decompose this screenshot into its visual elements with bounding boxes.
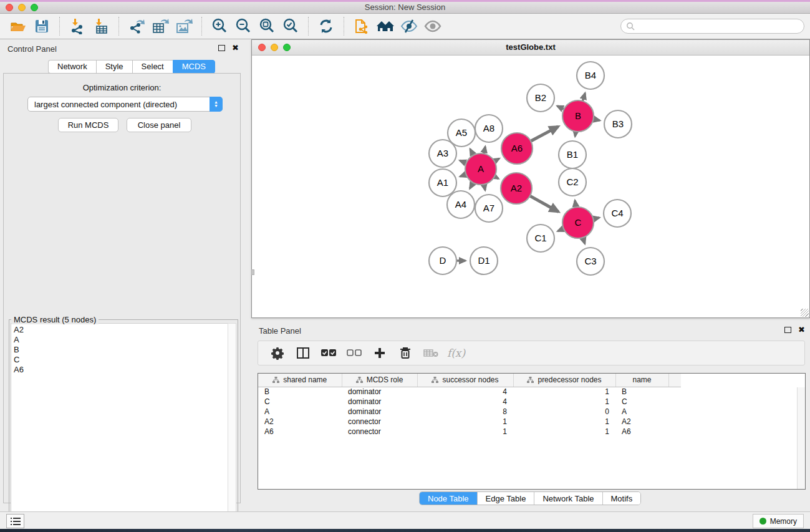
node-C1[interactable]: C1	[527, 225, 554, 252]
float-panel-icon[interactable]	[218, 45, 225, 51]
new-network-from-file-button[interactable]	[350, 16, 374, 37]
node-A7[interactable]: A7	[475, 195, 503, 222]
table-panel: Table Panel ✖	[251, 323, 810, 510]
tab-style[interactable]: Style	[96, 60, 132, 74]
table-settings-button[interactable]	[266, 343, 289, 363]
node-A2[interactable]: A2	[501, 173, 532, 204]
export-network-button[interactable]	[125, 16, 148, 37]
columns-view-button[interactable]	[291, 343, 314, 363]
function-builder-button[interactable]: f(x)	[445, 343, 468, 363]
table-row[interactable]: Bdominator41B	[258, 387, 681, 397]
run-mcds-button[interactable]: Run MCDS	[58, 118, 118, 132]
node-B4[interactable]: B4	[577, 62, 604, 89]
zoom-fit-button[interactable]	[255, 16, 279, 37]
node-label: A	[478, 163, 484, 174]
edge-A6-B[interactable]	[529, 127, 558, 142]
tab-network-table[interactable]: Network Table	[534, 492, 602, 505]
splitpane-handle[interactable]	[251, 269, 254, 275]
node-A6[interactable]: A6	[501, 133, 533, 164]
zoom-window-button[interactable]	[31, 4, 38, 11]
node-C[interactable]: C	[562, 207, 594, 238]
node-B3[interactable]: B3	[604, 110, 632, 138]
node-A[interactable]: A	[465, 153, 496, 185]
zoom-network-button[interactable]	[283, 44, 291, 51]
table-row[interactable]: A2connector11A2	[258, 417, 681, 427]
node-A4[interactable]: A4	[447, 191, 475, 218]
mcds-panel-body: Optimization criterion: largest connecte…	[3, 73, 241, 503]
close-panel-icon[interactable]: ✖	[232, 45, 239, 51]
zoom-in-button[interactable]	[208, 16, 231, 37]
open-file-button[interactable]	[6, 16, 30, 37]
float-table-panel-icon[interactable]	[784, 327, 791, 333]
export-image-button[interactable]	[172, 16, 196, 37]
mcds-result-list[interactable]: A2ABCA6	[11, 323, 228, 531]
network-window-titlebar[interactable]: testGlobe.txt	[252, 40, 809, 56]
node-label: D1	[478, 255, 489, 266]
close-window-button[interactable]	[6, 4, 13, 11]
deselect-all-button[interactable]	[342, 343, 365, 363]
node-C4[interactable]: C4	[604, 200, 631, 227]
tab-network[interactable]: Network	[48, 60, 96, 74]
refresh-button[interactable]	[314, 16, 338, 37]
node-B[interactable]: B	[562, 100, 594, 132]
minimize-window-button[interactable]	[18, 4, 26, 11]
zoom-out-button[interactable]	[231, 16, 255, 37]
edge-A2-C[interactable]	[529, 195, 558, 211]
node-A3[interactable]: A3	[429, 140, 456, 167]
table-row[interactable]: Adominator80A	[258, 407, 681, 417]
column-header-name[interactable]: name	[615, 374, 668, 387]
node-C2[interactable]: C2	[559, 168, 586, 196]
add-row-button[interactable]	[368, 343, 391, 363]
import-table-button[interactable]	[89, 16, 113, 37]
export-table-button[interactable]	[148, 16, 172, 37]
mcds-result-item[interactable]: B	[14, 345, 228, 355]
node-table[interactable]: shared nameMCDS rolesuccessor nodesprede…	[258, 374, 681, 437]
column-header-shared-name[interactable]: shared name	[258, 374, 342, 387]
homes-button[interactable]	[374, 16, 397, 37]
table-row[interactable]: Cdominator41C	[258, 397, 681, 407]
close-table-panel-icon[interactable]: ✖	[798, 327, 805, 333]
criterion-dropdown[interactable]: largest connected component (directed) ▲…	[27, 97, 223, 112]
show-panel-button[interactable]	[421, 16, 445, 37]
column-header-predecessor-nodes[interactable]: predecessor nodes	[513, 374, 615, 387]
search-input[interactable]	[620, 19, 804, 34]
zoom-selected-button[interactable]	[279, 16, 302, 37]
minimize-network-button[interactable]	[271, 44, 278, 51]
close-panel-button[interactable]: Close panel	[127, 118, 191, 132]
import-network-button[interactable]	[65, 16, 89, 37]
column-header-MCDS-role[interactable]: MCDS role	[342, 374, 417, 387]
node-label: A8	[483, 123, 494, 133]
mcds-result-item[interactable]: A2	[14, 325, 228, 335]
node-D1[interactable]: D1	[470, 247, 498, 274]
window-resize-grip[interactable]	[801, 309, 809, 317]
network-view-window: testGlobe.txt B4B2BB3A8A5A6A3B1AA1C2A2A4…	[251, 39, 810, 318]
task-history-button[interactable]	[6, 514, 24, 528]
node-B1[interactable]: B1	[559, 141, 586, 168]
mcds-result-item[interactable]: A	[14, 335, 228, 345]
mcds-result-item[interactable]: A6	[14, 365, 228, 375]
tab-select[interactable]: Select	[132, 60, 173, 74]
hide-panel-button[interactable]	[397, 16, 421, 37]
tab-motifs[interactable]: Motifs	[603, 492, 641, 505]
tab-edge-table[interactable]: Edge Table	[478, 492, 535, 505]
close-network-button[interactable]	[258, 44, 266, 51]
memory-button[interactable]: Memory	[753, 514, 804, 528]
node-D[interactable]: D	[429, 247, 456, 274]
table-scrollbar[interactable]	[797, 387, 805, 489]
delete-table-button[interactable]	[419, 343, 442, 363]
node-B2[interactable]: B2	[527, 84, 554, 112]
node-A8[interactable]: A8	[475, 115, 503, 142]
save-session-button[interactable]	[30, 16, 54, 37]
mcds-result-item[interactable]: C	[14, 355, 228, 365]
column-header-successor-nodes[interactable]: successor nodes	[417, 374, 513, 387]
node-C3[interactable]: C3	[577, 248, 604, 275]
select-all-button[interactable]	[317, 343, 340, 363]
node-A1[interactable]: A1	[429, 169, 456, 196]
mcds-result-scrollbar[interactable]	[228, 323, 236, 531]
column-type-icon	[527, 377, 534, 383]
table-row[interactable]: A6connector11A6	[258, 427, 681, 437]
tab-node-table[interactable]: Node Table	[420, 492, 478, 505]
tab-mcds[interactable]: MCDS	[173, 60, 215, 74]
network-canvas[interactable]: B4B2BB3A8A5A6A3B1AA1C2A2A4A7C4CC1C3DD1	[252, 56, 809, 317]
delete-row-button[interactable]	[393, 343, 417, 363]
